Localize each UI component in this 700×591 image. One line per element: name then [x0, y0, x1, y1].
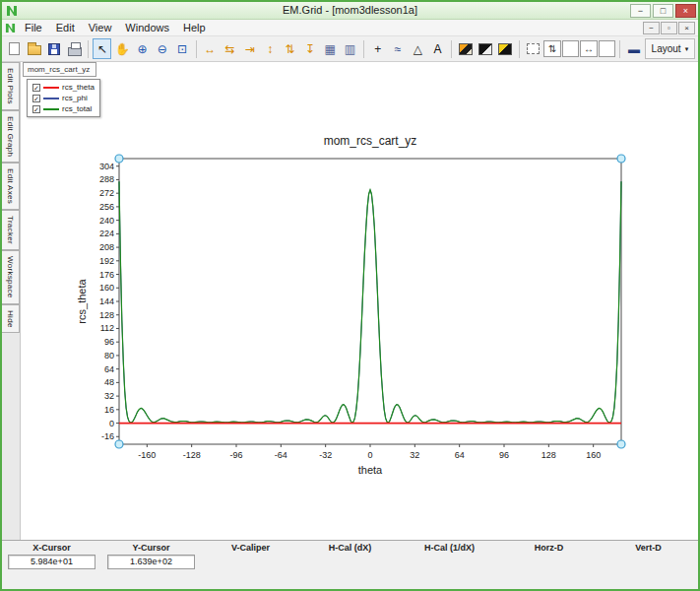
sidebar-tab-hide[interactable]: Hide: [2, 304, 20, 334]
toolbar-pan-hand[interactable]: ✋: [112, 38, 131, 59]
document-tab[interactable]: mom_rcs_cart_yz: [23, 62, 96, 77]
sidebar-tab-tracker[interactable]: Tracker: [2, 210, 20, 250]
menu-edit[interactable]: Edit: [49, 21, 82, 34]
y-tick-label: 288: [99, 174, 114, 184]
sidebar-tab-edit-plots[interactable]: Edit Plots: [2, 62, 20, 110]
sidebar-tab-workspace[interactable]: Workspace: [2, 250, 20, 304]
y-tick-label: 176: [99, 270, 114, 280]
toolbar-zoom-in[interactable]: ⊕: [133, 38, 152, 59]
y-tick-label: 256: [99, 202, 114, 212]
menu-view[interactable]: View: [82, 21, 119, 34]
h-extent-box-icon: ↔: [584, 43, 594, 54]
maximize-button[interactable]: □: [653, 4, 673, 18]
legend-checkbox-rcs-total[interactable]: ✓: [32, 105, 40, 113]
toolbar-intensity-map[interactable]: [496, 38, 515, 59]
menu-help[interactable]: Help: [176, 21, 213, 34]
toolbar-select-arrow[interactable]: ↖: [93, 38, 111, 59]
toolbar-shrink-y[interactable]: ↧: [300, 38, 319, 59]
mdi-minimize-button[interactable]: −: [643, 22, 660, 34]
resize-handle[interactable]: [617, 155, 625, 163]
x-tick-label: -128: [183, 450, 201, 460]
status-col-v-caliper: V-Caliper: [201, 542, 300, 569]
toolbar-text-annotation[interactable]: A: [428, 38, 447, 59]
autoscale-y-icon: ↕: [267, 42, 273, 56]
menu-file[interactable]: File: [18, 21, 49, 34]
y-tick-label: -16: [101, 431, 114, 441]
new-file-icon: [9, 42, 20, 55]
toolbar-save-file[interactable]: [45, 38, 64, 59]
toolbar-cross-cursor[interactable]: +: [368, 38, 387, 59]
intensity-map-icon: [498, 43, 512, 55]
toolbar-print[interactable]: [65, 38, 84, 59]
mdi-window-controls: − ▫ ×: [643, 22, 695, 34]
mdi-restore-button[interactable]: ▫: [661, 22, 677, 34]
resize-handle[interactable]: [115, 440, 123, 448]
legend-row: ✓rcs_theta: [32, 83, 95, 92]
delta-caliper-icon: △: [414, 42, 422, 56]
toolbar-blank-box-2[interactable]: [599, 40, 615, 57]
toolbar-zoom-out[interactable]: ⊖: [153, 38, 171, 59]
sidebar-tab-edit-graph[interactable]: Edit Graph: [2, 110, 20, 163]
y-tick-label: 224: [99, 229, 114, 238]
toolbar-layout-dropdown[interactable]: Layout▾: [645, 38, 696, 59]
toolbar-open-file[interactable]: [25, 38, 43, 59]
legend-checkbox-rcs-theta[interactable]: ✓: [32, 84, 40, 92]
y-tick-label: 0: [109, 419, 114, 428]
status-header: Horz-D: [535, 542, 564, 555]
series-rcs_phi: [119, 181, 621, 423]
close-button[interactable]: ×: [675, 4, 696, 18]
x-tick-label: 0: [367, 450, 372, 460]
toolbar-expand-y[interactable]: ⇅: [281, 38, 299, 59]
status-col-h-cal-1-dx: H-Cal (1/dX): [400, 542, 499, 569]
toolbar-h-extent-box[interactable]: ↔: [580, 40, 597, 57]
title-bar[interactable]: EM.Grid - [mom3dlesson1a] − □ ×: [2, 2, 698, 20]
toolbar-v-extent-box[interactable]: ⇅: [543, 40, 560, 57]
legend-row: ✓rcs_phi: [32, 94, 95, 102]
mdi-close-button[interactable]: ×: [678, 22, 695, 34]
grid-major-icon: ▦: [324, 42, 335, 56]
legend-label: rcs_theta: [62, 83, 95, 92]
status-header: V-Caliper: [231, 542, 270, 555]
sidebar-tab-edit-axes[interactable]: Edit Axes: [2, 163, 20, 210]
toolbar-zoom-window[interactable]: ⊡: [172, 38, 191, 59]
toolbar-dashed-frame[interactable]: [524, 38, 542, 59]
legend-row: ✓rcs_total: [32, 104, 95, 113]
toolbar-separator: [451, 40, 452, 58]
resize-handle[interactable]: [115, 155, 123, 163]
toolbar-bw-map[interactable]: [477, 38, 495, 59]
toolbar-tracker-tool[interactable]: ≈: [388, 38, 407, 59]
x-tick-label: -160: [138, 450, 156, 460]
shrink-y-icon: ↧: [305, 42, 315, 56]
toolbar-separator: [196, 40, 197, 58]
toolbar-grid-minor[interactable]: ▥: [341, 38, 359, 59]
toolbar-line-style[interactable]: ▬: [624, 38, 643, 59]
status-header: H-Cal (1/dX): [424, 542, 475, 555]
resize-handle[interactable]: [617, 440, 625, 448]
plot-svg[interactable]: mom_rcs_cart_yz3042882722562402242081921…: [31, 127, 680, 490]
toolbar-shrink-x[interactable]: ⇥: [240, 38, 259, 59]
status-col-vert-d: Vert-D: [599, 542, 698, 569]
text-annotation-icon: A: [434, 42, 442, 56]
open-file-icon: [28, 45, 41, 55]
toolbar-new-file[interactable]: [5, 38, 24, 59]
status-bar: X-Cursor5.984e+01Y-Cursor1.639e+02V-Cali…: [2, 540, 698, 589]
x-tick-label: 128: [541, 450, 556, 460]
status-header: H-Cal (dX): [329, 542, 372, 555]
toolbar-autoscale-y[interactable]: ↕: [261, 38, 280, 59]
toolbar-delta-caliper[interactable]: △: [409, 38, 427, 59]
minimize-button[interactable]: −: [630, 4, 651, 18]
sidebar-tabs: Edit PlotsEdit GraphEdit AxesTrackerWork…: [2, 62, 21, 540]
layout-dropdown-label: Layout: [652, 43, 681, 54]
y-tick-label: 208: [99, 242, 114, 252]
y-tick-label: 192: [99, 256, 114, 266]
y-tick-label: 64: [104, 364, 114, 374]
toolbar-blank-box-1[interactable]: [562, 40, 579, 57]
line-style-icon: ▬: [628, 42, 640, 56]
toolbar-grid-major[interactable]: ▦: [320, 38, 339, 59]
select-arrow-icon: ↖: [97, 42, 107, 56]
toolbar-colormap[interactable]: [456, 38, 475, 59]
toolbar-autoscale-x[interactable]: ↔: [201, 38, 220, 59]
toolbar-expand-x[interactable]: ⇆: [221, 38, 239, 59]
menu-windows[interactable]: Windows: [118, 21, 176, 34]
legend-checkbox-rcs-phi[interactable]: ✓: [32, 95, 40, 102]
